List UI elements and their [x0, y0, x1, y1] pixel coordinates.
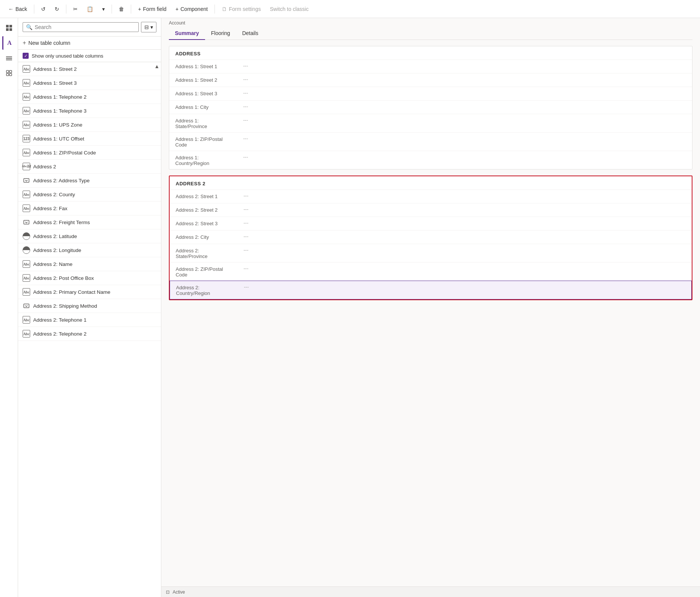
dropdown-button[interactable]: ▾: [98, 4, 109, 14]
field-value: ---: [244, 247, 686, 253]
field-item-label: Address 2: Fax: [33, 206, 67, 211]
list-item[interactable]: AbcAddress 2: Fax: [18, 202, 161, 215]
list-item[interactable]: AbcAddress 1: Telephone 2: [18, 90, 161, 104]
status-bar: ⊡ Active: [161, 586, 700, 597]
field-label: Address 2: Street 1: [176, 193, 244, 199]
field-type-icon: Abc: [23, 79, 30, 87]
list-item[interactable]: AbcAddress 1: Telephone 3: [18, 104, 161, 118]
list-item[interactable]: Address 2: Longitude: [18, 243, 161, 257]
plus-icon-2: +: [176, 6, 179, 12]
list-item[interactable]: 123Address 1: UTC Offset: [18, 132, 161, 146]
field-type-icon: Abc: [23, 93, 30, 101]
field-row[interactable]: Address 1: Country/Region---: [169, 151, 692, 169]
list-item[interactable]: AbcAddress 2: Telephone 1: [18, 313, 161, 327]
field-row[interactable]: Address 1: State/Province---: [169, 114, 692, 132]
field-row[interactable]: Address 1: Street 2---: [169, 73, 692, 87]
svg-rect-0: [6, 25, 9, 27]
new-table-column-button[interactable]: + New table column: [18, 37, 161, 50]
field-row[interactable]: Address 1: Street 1---: [169, 60, 692, 73]
field-row[interactable]: Address 1: ZIP/Postal Code---: [169, 132, 692, 151]
switch-classic-button[interactable]: Switch to classic: [266, 4, 312, 14]
field-value: ---: [243, 63, 686, 69]
search-input-wrap[interactable]: 🔍: [23, 22, 139, 32]
field-row[interactable]: Address 2: Country/Region---: [170, 281, 692, 299]
rail-icon-grid[interactable]: [2, 21, 16, 35]
field-label: Address 1: Street 3: [175, 90, 243, 96]
field-label: Address 2: Street 3: [176, 220, 244, 226]
back-button[interactable]: ← Back: [5, 4, 31, 14]
field-row[interactable]: Address 2: Street 1---: [170, 189, 692, 203]
tab-flooring[interactable]: Flooring: [205, 27, 236, 40]
list-item[interactable]: Address 2: Latitude: [18, 229, 161, 243]
rail-icon-text[interactable]: A: [2, 36, 16, 50]
show-unused-label: Show only unused table columns: [32, 53, 103, 59]
list-item[interactable]: Address 2: Shipping Method: [18, 299, 161, 313]
redo-button[interactable]: ↻: [51, 4, 63, 14]
field-value: ---: [244, 234, 686, 239]
field-item-label: Address 2: County: [33, 192, 75, 197]
field-row[interactable]: Address 2: State/Province---: [170, 244, 692, 262]
delete-button[interactable]: 🗑: [115, 4, 128, 14]
rail-icon-layers[interactable]: [2, 51, 16, 65]
toolbar-divider-4: [131, 5, 131, 14]
field-type-icon: Abc: [23, 107, 30, 115]
field-row[interactable]: Address 2: ZIP/Postal Code---: [170, 262, 692, 281]
field-row[interactable]: Address 1: City---: [169, 100, 692, 114]
field-value: ---: [244, 284, 685, 290]
form-field-button[interactable]: + Form field: [134, 4, 170, 14]
list-item[interactable]: AbcAddress 1: ZIP/Postal Code: [18, 146, 161, 160]
field-type-icon: Abc: [23, 191, 30, 198]
field-label: Address 2: City: [176, 234, 244, 240]
paste-button[interactable]: 📋: [83, 4, 97, 14]
right-panel: Account SummaryFlooringDetails ADDRESSAd…: [161, 18, 700, 597]
list-item[interactable]: AbcAddress 2: Name: [18, 257, 161, 271]
list-item[interactable]: AbcAddress 2: Primary Contact Name: [18, 285, 161, 299]
cut-button[interactable]: ✂: [69, 4, 81, 14]
undo-button[interactable]: ↺: [37, 4, 49, 14]
field-label: Address 2: Street 2: [176, 206, 244, 213]
list-item[interactable]: AbcAddress 1: Street 3: [18, 76, 161, 90]
chevron-down-icon: ▾: [150, 24, 153, 30]
list-item[interactable]: AbcAddress 1: Street 2: [18, 62, 161, 76]
field-row[interactable]: Address 1: Street 3---: [169, 87, 692, 100]
field-label: Address 1: State/Province: [175, 117, 243, 129]
field-row[interactable]: Address 2: Street 2---: [170, 203, 692, 217]
form-content: ADDRESSAddress 1: Street 1---Address 1: …: [161, 40, 700, 586]
list-item[interactable]: AbcAddress 2: Telephone 2: [18, 327, 161, 341]
field-row[interactable]: Address 2: Street 3---: [170, 217, 692, 230]
field-label: Address 1: ZIP/Postal Code: [175, 136, 243, 148]
main-layout: A 🔍 ⊟ ▾ + New table c: [0, 18, 700, 597]
list-item[interactable]: Address 2: Freight Terms: [18, 215, 161, 229]
field-type-icon: Abc: [23, 288, 30, 296]
list-item[interactable]: AbcAddress 1: UPS Zone: [18, 118, 161, 132]
list-item[interactable]: Address 2: Address Type: [18, 174, 161, 188]
component-button[interactable]: + Component: [172, 4, 212, 14]
undo-icon: ↺: [41, 6, 46, 12]
list-item[interactable]: AbcdefAddress 2: [18, 160, 161, 174]
field-item-label: Address 2: Shipping Method: [33, 303, 97, 309]
field-item-label: Address 2: Telephone 1: [33, 317, 87, 323]
filter-button[interactable]: ⊟ ▾: [141, 22, 156, 32]
field-value: ---: [243, 76, 686, 82]
search-input[interactable]: [35, 24, 135, 30]
field-label: Address 2: Country/Region: [176, 284, 244, 296]
field-type-icon: Abc: [23, 274, 30, 282]
rail-icon-components[interactable]: [2, 66, 16, 80]
svg-rect-4: [6, 56, 12, 57]
field-value: ---: [243, 136, 686, 141]
show-unused-row[interactable]: ✓ Show only unused table columns: [18, 50, 161, 62]
field-item-label: Address 2: Primary Contact Name: [33, 289, 110, 295]
tab-summary[interactable]: Summary: [169, 27, 205, 40]
form-settings-button[interactable]: 🗋 Form settings: [218, 4, 265, 14]
field-item-label: Address 2: [33, 164, 56, 169]
tabs: SummaryFlooringDetails: [169, 27, 692, 40]
list-item[interactable]: AbcAddress 2: Post Office Box: [18, 271, 161, 285]
field-type-icon: [23, 302, 30, 310]
field-row[interactable]: Address 2: City---: [170, 230, 692, 244]
field-type-icon: Abc: [23, 316, 30, 324]
list-item[interactable]: AbcAddress 2: County: [18, 188, 161, 202]
field-value: ---: [244, 266, 686, 271]
show-unused-checkbox[interactable]: ✓: [23, 53, 29, 59]
scroll-up-arrow[interactable]: ▲: [154, 63, 159, 69]
tab-details[interactable]: Details: [236, 27, 264, 40]
